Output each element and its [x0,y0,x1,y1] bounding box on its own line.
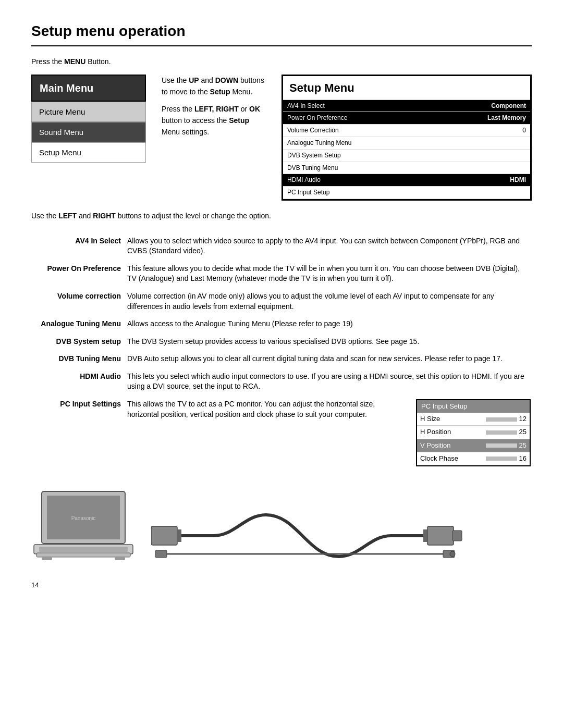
main-menu-title: Main Menu [31,75,146,102]
description-table: AV4 In SelectAllows you to select which … [31,232,532,471]
pc-input-row: H Position25 [417,426,530,439]
pc-input-setup-box: PC Input SetupH Size12H Position25V Posi… [416,399,531,466]
page-number: 14 [31,581,532,590]
setup-menu-title: Setup Menu [283,76,530,100]
use-note: Use the LEFT and RIGHT buttons to adjust… [31,211,532,221]
setup-menu-row: Volume Correction0 [283,125,530,137]
desc-row: Volume correctionVolume correction (in A… [32,288,531,315]
svg-rect-4 [36,553,130,557]
desc-row-pc: PC Input SettingsThis allows the TV to a… [32,396,531,470]
press-menu-instruction: Press the MENU Button. [31,57,532,67]
setup-menu-row: PC Input Setup [283,187,530,199]
setup-menu-row: AV4 In SelectComponent [283,100,530,112]
setup-menu-row: Power On PreferenceLast Memory [283,112,530,125]
menu-instructions: Use the UP and DOWN buttons to move to t… [162,75,266,201]
cable-image [151,504,464,570]
desc-row: Power On PreferenceThis feature allows y… [32,261,531,287]
laptop-image: Panasonic [31,486,136,570]
desc-row: Analogue Tuning MenuAllows access to the… [32,316,531,332]
menu-item-picture[interactable]: Picture Menu [31,102,146,122]
svg-rect-8 [151,526,177,545]
setup-menu-table: AV4 In SelectComponentPower On Preferenc… [283,100,530,199]
pc-input-row: H Size12 [417,413,530,426]
svg-point-20 [450,551,455,557]
svg-rect-18 [155,550,167,558]
setup-menu-row: DVB Tuning Menu [283,162,530,174]
setup-menu-row: Analogue Tuning Menu [283,137,530,149]
setup-menu-box: Setup Menu AV4 In SelectComponentPower O… [282,75,532,201]
desc-row: HDMI AudioThis lets you select which aud… [32,368,531,395]
svg-rect-6 [42,557,52,560]
setup-menu-row: DVB System Setup [283,149,530,162]
setup-menu-row: HDMI AudioHDMI [283,174,530,187]
svg-rect-14 [452,530,462,541]
menu-item-sound[interactable]: Sound Menu [31,122,146,142]
svg-rect-12 [427,526,454,545]
svg-rect-9 [177,529,181,542]
svg-rect-7 [115,557,125,560]
bottom-section: Panasonic [31,486,532,570]
pc-input-row: V Position25 [417,439,530,452]
desc-row: DVB System setupThe DVB System setup pro… [32,334,531,350]
main-menu-box: Main Menu Picture Menu Sound Menu Setup … [31,75,146,201]
desc-row: DVB Tuning MenuDVB Auto setup allows you… [32,351,531,367]
svg-text:Panasonic: Panasonic [71,515,96,521]
desc-row: AV4 In SelectAllows you to select which … [32,233,531,260]
page-title: Setup menu operation [31,21,532,46]
pc-input-title: PC Input Setup [417,400,530,413]
menu-item-setup[interactable]: Setup Menu [31,142,146,163]
svg-rect-13 [423,529,427,542]
pc-input-row: Clock Phase16 [417,452,530,465]
svg-rect-3 [39,547,128,552]
